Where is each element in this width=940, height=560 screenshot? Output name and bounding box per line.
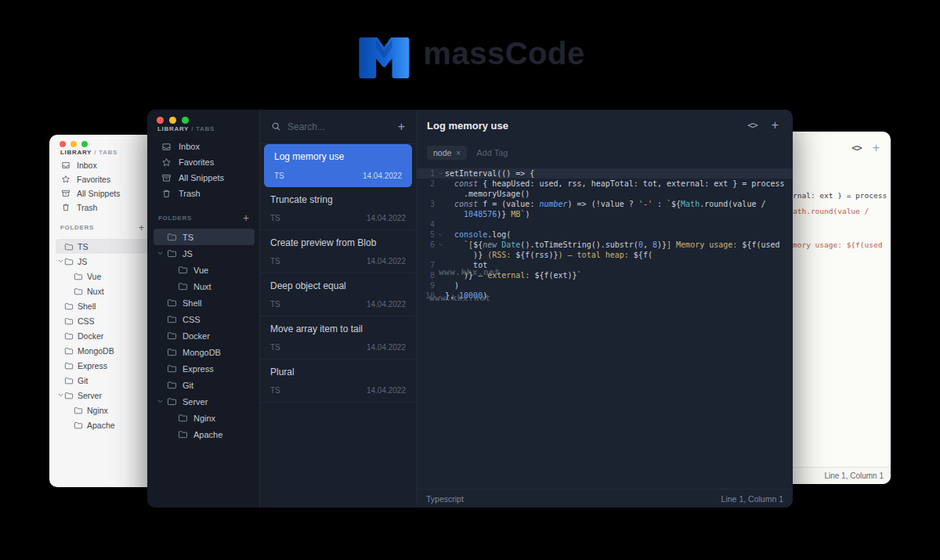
folder-item-nuxt[interactable]: Nuxt <box>154 278 255 294</box>
snippet-item-title: Truncate string <box>270 194 406 205</box>
snippet-item[interactable]: PluralTS14.04.2022 <box>260 359 416 403</box>
sidebar-item-all-snippets[interactable]: All Snippets <box>154 170 255 186</box>
snippet-language: TS <box>270 300 280 309</box>
snippet-item[interactable]: Truncate stringTS14.04.2022 <box>260 187 416 230</box>
folder-icon <box>167 396 177 406</box>
folder-item-ts[interactable]: TS <box>154 229 255 245</box>
editor-actions: <> + <box>851 142 880 154</box>
snippet-item-meta: TS14.04.2022 <box>270 386 406 395</box>
code-line: .memoryUsage() <box>417 189 793 199</box>
chevron-down-icon[interactable] <box>157 398 167 405</box>
folder-icon <box>167 380 177 390</box>
search-icon <box>271 121 281 132</box>
folder-label: JS <box>78 257 87 266</box>
folder-label: Git <box>183 381 193 390</box>
folder-item-git[interactable]: Git <box>154 377 255 393</box>
folder-item-nginx[interactable]: Nginx <box>154 410 255 426</box>
language-label[interactable]: Typescript <box>426 494 464 504</box>
format-code-icon[interactable]: <> <box>747 120 757 131</box>
close-button[interactable] <box>157 117 164 124</box>
code-text <box>445 219 793 229</box>
tag-chip-node[interactable]: node × <box>427 146 467 160</box>
snippet-item[interactable]: Log memory useTS14.04.2022 <box>264 144 412 187</box>
snippet-item-meta: TS14.04.2022 <box>270 257 406 266</box>
add-tag-button[interactable]: Add Tag <box>476 148 508 157</box>
sidebar-item-favorites[interactable]: Favorites <box>154 154 255 170</box>
chevron-down-icon[interactable] <box>57 258 64 265</box>
minimize-button[interactable] <box>70 141 77 147</box>
library-tab[interactable]: LIBRARY <box>157 125 189 132</box>
folder-item-server[interactable]: Server <box>154 393 255 410</box>
minimize-button[interactable] <box>169 117 176 124</box>
folder-item-mongodb[interactable]: MongoDB <box>154 344 255 360</box>
folder-icon <box>167 232 177 242</box>
code-editor[interactable]: www.kkx.net www.kkx.net 1setInterval(() … <box>417 164 793 489</box>
folder-label: Vue <box>87 272 101 281</box>
folder-label: Apache <box>193 430 222 439</box>
add-fragment-button[interactable]: + <box>873 142 880 154</box>
snippets-icon <box>61 189 70 198</box>
line-number: 4 <box>417 219 445 229</box>
format-code-icon[interactable]: <> <box>851 143 861 154</box>
fold-icon[interactable] <box>438 171 443 176</box>
desktop-background: massCode LIBRARY/TABS InboxFavoritesAll … <box>0 0 940 560</box>
zoom-button[interactable] <box>182 117 189 124</box>
line-number: 10 <box>417 291 445 301</box>
folder-icon <box>64 316 74 326</box>
folder-item-css[interactable]: CSS <box>154 311 255 327</box>
folder-item-js[interactable]: JS <box>154 245 255 262</box>
sidebar-item-inbox[interactable]: Inbox <box>154 139 255 154</box>
new-snippet-button[interactable]: + <box>398 121 405 133</box>
code-text: 1048576)} MB`) <box>445 209 793 219</box>
nav-label: All Snippets <box>77 189 120 198</box>
add-folder-button[interactable]: + <box>139 222 145 233</box>
folder-icon <box>74 272 83 281</box>
add-folder-button[interactable]: + <box>243 212 250 223</box>
folder-item-vue[interactable]: Vue <box>154 262 255 278</box>
code-fragment: mory usage: ${f(used <box>793 240 882 250</box>
folder-item-express[interactable]: Express <box>154 360 255 377</box>
sidebar-item-trash[interactable]: Trash <box>154 186 255 201</box>
folder-icon <box>64 391 74 400</box>
nav-label: Trash <box>77 203 97 212</box>
folder-item-docker[interactable]: Docker <box>154 327 255 344</box>
snippet-item-meta: TS14.04.2022 <box>274 172 402 180</box>
code-text: ) <box>445 280 793 291</box>
masscode-logo: massCode <box>355 28 584 78</box>
snippet-item[interactable]: Deep object equalTS14.04.2022 <box>260 273 416 316</box>
folder-item-apache[interactable]: Apache <box>154 426 255 443</box>
tabs-tab[interactable]: TABS <box>196 125 215 132</box>
zoom-button[interactable] <box>81 141 88 147</box>
line-number <box>417 209 445 219</box>
folder-label: Vue <box>193 266 208 275</box>
code-text: setInterval(() => { <box>445 168 793 179</box>
folder-icon <box>74 421 83 430</box>
folder-icon <box>167 298 177 308</box>
snippet-item[interactable]: Create preview from BlobTS14.04.2022 <box>260 230 416 273</box>
search-input[interactable] <box>287 121 392 132</box>
folder-label: CSS <box>78 316 95 326</box>
chevron-down-icon[interactable] <box>57 392 64 399</box>
close-button[interactable] <box>60 141 66 147</box>
chevron-down-icon[interactable] <box>157 250 167 257</box>
code-line: 4 <box>417 219 793 229</box>
add-fragment-button[interactable]: + <box>772 119 779 132</box>
code-line: 1048576)} MB`) <box>417 209 793 219</box>
fold-icon[interactable] <box>438 242 443 247</box>
caret-position: Line 1, Column 1 <box>783 467 891 484</box>
library-tab[interactable]: LIBRARY <box>60 149 92 156</box>
remove-tag-icon[interactable]: × <box>456 149 461 157</box>
code-line: 5 console.log( <box>417 229 793 240</box>
snippet-item-meta: TS14.04.2022 <box>270 214 406 222</box>
tabs-tab[interactable]: TABS <box>99 149 118 156</box>
star-icon <box>61 175 70 184</box>
snippet-list: Log memory useTS14.04.2022Truncate strin… <box>260 144 416 508</box>
library-tabs-divider: / <box>94 149 96 156</box>
snippet-title: Log memory use <box>427 120 508 132</box>
code-text: console.log( <box>445 229 793 240</box>
library-tabs-divider: / <box>191 125 193 132</box>
fold-icon[interactable] <box>438 232 443 237</box>
snippet-item[interactable]: Move array item to tailTS14.04.2022 <box>260 316 416 359</box>
folder-item-shell[interactable]: Shell <box>154 294 255 311</box>
line-number: 6 <box>417 240 445 250</box>
